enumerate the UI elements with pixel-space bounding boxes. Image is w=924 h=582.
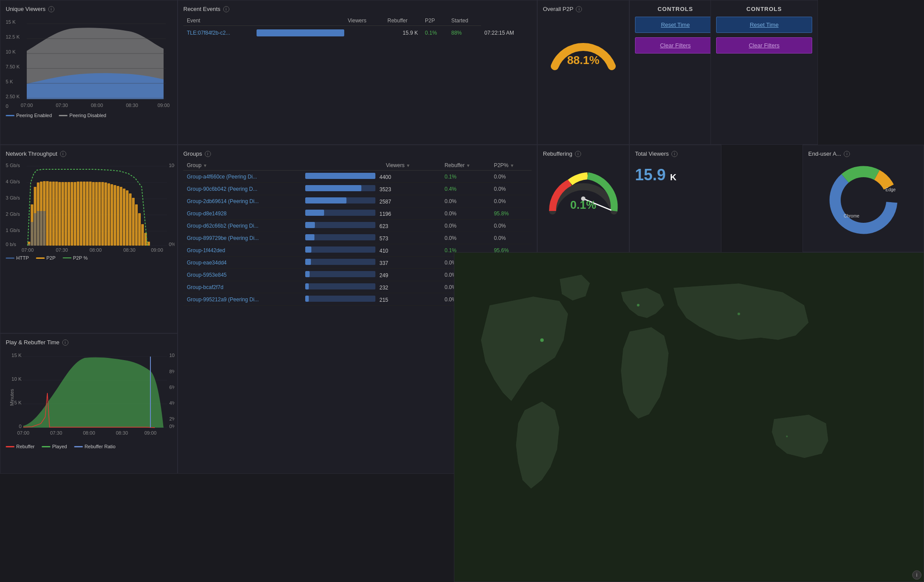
svg-text:08:30: 08:30 <box>116 430 128 436</box>
end-user-chart: Chrome Edge <box>808 161 918 239</box>
group-bar-cell: 2587 <box>302 195 441 207</box>
svg-text:5 K: 5 K <box>14 400 21 405</box>
play-rebuffer-info-icon[interactable]: i <box>62 339 68 346</box>
groups-info-icon[interactable]: i <box>205 151 211 157</box>
group-p2p: 0.0% <box>490 183 532 195</box>
event-started: 07:22:15 AM <box>481 26 532 40</box>
legend-peering-enabled: Peering Enabled <box>6 113 52 118</box>
group-bar-fill <box>305 234 314 240</box>
unique-viewers-info-icon[interactable]: i <box>48 6 54 12</box>
group-rebuffer: 0.0% <box>441 195 490 207</box>
svg-rect-56 <box>98 182 101 246</box>
svg-rect-57 <box>101 182 104 246</box>
event-p2p: 88% <box>448 26 481 40</box>
svg-text:10%: 10% <box>169 353 175 358</box>
legend-rebuffer-ratio: Rebuffer Ratio <box>74 444 116 449</box>
group-name[interactable]: Group-90c6b042 (Peering D... <box>183 183 302 195</box>
network-throughput-legend: HTTP P2P P2P % <box>6 255 172 261</box>
reset-time-button[interactable]: Reset Time <box>635 17 716 33</box>
svg-rect-63 <box>120 187 122 246</box>
clear-filters-button[interactable]: Clear Filters <box>635 37 716 54</box>
group-name[interactable]: Group-5953e845 <box>183 269 302 281</box>
svg-text:07:00: 07:00 <box>21 103 33 108</box>
group-bar-cell: 337 <box>302 257 441 269</box>
svg-text:08:00: 08:00 <box>83 430 95 436</box>
svg-point-118 <box>738 313 740 315</box>
svg-text:0%: 0% <box>169 242 175 247</box>
group-name[interactable]: Group-899729be (Peering Di... <box>183 232 302 244</box>
group-name[interactable]: Group-1f442ded <box>183 244 302 257</box>
rebuffering-info-icon[interactable]: i <box>575 151 581 157</box>
play-rebuffer-panel: Play & Rebuffer Time i 15 K 10 K 5 K 0 M… <box>0 333 178 474</box>
svg-rect-41 <box>52 182 55 246</box>
event-rebuffer: 0.1% <box>421 26 448 40</box>
group-bar-cell: 1196 <box>302 207 441 220</box>
svg-rect-40 <box>49 182 52 246</box>
overall-p2p-title: Overall P2P i <box>543 6 624 12</box>
group-name[interactable]: Group-bcaf2f7d <box>183 281 302 293</box>
group-bar-cell: 3523 <box>302 183 441 195</box>
svg-text:3 Gb/s: 3 Gb/s <box>6 195 20 200</box>
recent-events-title: Recent Events i <box>183 6 532 12</box>
end-user-info-icon[interactable]: i <box>844 151 850 157</box>
end-user-analytics-panel: End-user A... i Chrome Edge <box>803 145 924 252</box>
event-bar-container <box>257 29 344 36</box>
geo-map-panel: i <box>454 252 924 582</box>
table-row: TLE:07f84f2b-c2... 15.9 K 0.1% 88% 07:22… <box>183 26 532 40</box>
total-viewers-info-icon[interactable]: i <box>671 151 678 157</box>
total-viewers-title: Total Viewers i <box>635 150 716 157</box>
group-bar <box>305 271 375 277</box>
legend-played: Played <box>42 444 67 449</box>
svg-text:07:00: 07:00 <box>17 430 29 436</box>
group-name[interactable]: Group-d8e14928 <box>183 207 302 220</box>
svg-rect-42 <box>55 182 58 246</box>
unique-viewers-legend: Peering Enabled Peering Disabled <box>6 113 172 118</box>
svg-text:09:00: 09:00 <box>151 247 163 253</box>
svg-text:15 K: 15 K <box>11 353 21 358</box>
svg-text:09:00: 09:00 <box>144 430 157 436</box>
svg-rect-60 <box>111 184 113 246</box>
end-user-title: End-user A... i <box>808 150 918 157</box>
recent-events-info-icon[interactable]: i <box>223 6 229 12</box>
group-row: Group-d8e14928 1196 0.0% 95.8% <box>183 207 532 220</box>
group-name[interactable]: Group-d62c66b2 (Peering Di... <box>183 220 302 232</box>
groups-col-rebuffer: Rebuffer ▼ <box>441 161 490 171</box>
svg-text:1 Gb/s: 1 Gb/s <box>6 228 20 233</box>
group-bar-fill <box>305 185 361 191</box>
event-link[interactable]: TLE:07f84f2b-c2... <box>183 26 253 40</box>
svg-text:10 K: 10 K <box>11 376 21 382</box>
svg-rect-66 <box>129 193 132 246</box>
svg-rect-61 <box>114 185 116 246</box>
overall-p2p-info-icon[interactable]: i <box>576 6 582 12</box>
svg-point-119 <box>786 436 788 437</box>
svg-rect-58 <box>104 182 107 246</box>
svg-text:07:00: 07:00 <box>21 247 34 253</box>
group-bar <box>305 210 375 216</box>
svg-rect-50 <box>80 182 82 246</box>
group-name[interactable]: Group-eae34dd4 <box>183 257 302 269</box>
svg-text:10 K: 10 K <box>6 49 16 54</box>
svg-rect-67 <box>132 198 135 246</box>
reset-time-button-2[interactable]: Reset Time <box>716 17 812 33</box>
svg-text:6%: 6% <box>169 385 175 390</box>
group-bar-fill <box>305 271 310 277</box>
group-bar <box>305 222 375 228</box>
svg-rect-72 <box>147 242 150 246</box>
unique-viewers-chart: 15 K 12.5 K 10 K 7.50 K 5 K 2.50 K 0 07:… <box>6 16 175 110</box>
group-name[interactable]: Group-2db69614 (Peering Di... <box>183 195 302 207</box>
svg-text:08:30: 08:30 <box>126 103 138 108</box>
clear-filters-button-2[interactable]: Clear Filters <box>716 37 812 54</box>
group-bar-fill <box>305 259 311 265</box>
end-user-donut-svg: Chrome Edge <box>824 161 903 239</box>
group-bar <box>305 185 375 191</box>
total-viewers-value: 15.9 K <box>635 166 716 184</box>
svg-rect-49 <box>77 182 79 246</box>
svg-text:Chrome: Chrome <box>844 214 860 218</box>
legend-p2p: P2P <box>36 255 56 261</box>
group-bar-cell: 232 <box>302 281 441 293</box>
group-p2p: 0.0% <box>490 195 532 207</box>
legend-rebuffer: Rebuffer <box>6 444 35 449</box>
group-name[interactable]: Group-995212a9 (Peering Di... <box>183 293 302 306</box>
network-throughput-info-icon[interactable]: i <box>60 151 66 157</box>
group-name[interactable]: Group-a4f660ce (Peering Di... <box>183 171 302 183</box>
